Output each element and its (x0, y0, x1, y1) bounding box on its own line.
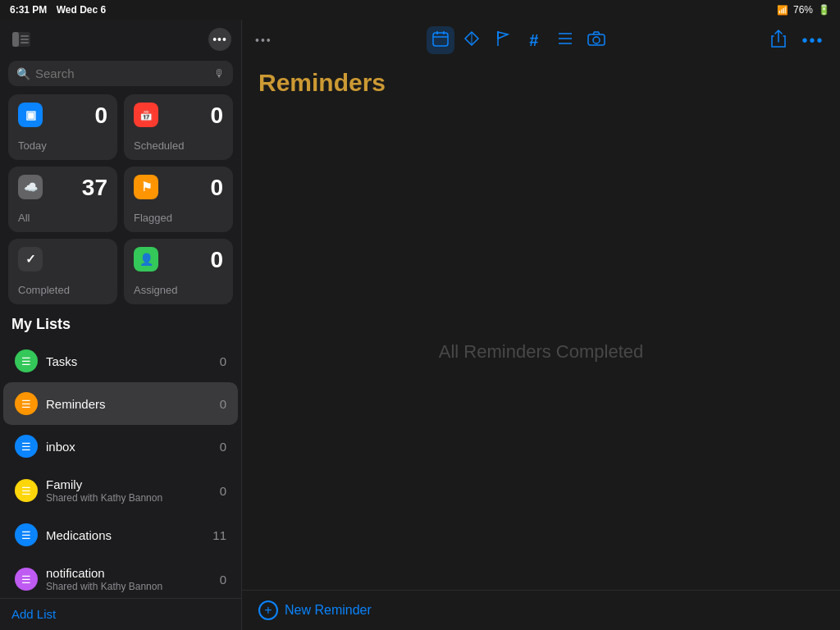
all-icon: ☁️ (18, 175, 43, 199)
toolbar-right: ••• (765, 26, 827, 54)
medications-list-icon: ☰ (15, 523, 38, 546)
smart-lists-grid: ▣ 0 Today 📅 0 Scheduled ☁️ 37 All ⚑ 0 Fl… (0, 94, 241, 313)
search-bar[interactable]: 🔍 🎙 (8, 61, 233, 86)
tasks-list-count: 0 (220, 354, 226, 368)
reminders-list-count: 0 (220, 397, 226, 411)
toolbar-location-button[interactable] (458, 26, 486, 54)
smart-card-all[interactable]: ☁️ 37 All (8, 167, 117, 232)
search-icon: 🔍 (16, 67, 30, 80)
today-icon: ▣ (18, 103, 43, 127)
notification-list-name: notification (46, 566, 212, 580)
camera-icon (587, 31, 605, 50)
sidebar-toggle-button[interactable] (10, 28, 33, 51)
svg-point-15 (593, 37, 600, 43)
status-time-date: 6:31 PM Wed Dec 6 (10, 4, 106, 16)
list-item-family[interactable]: ☰ Family Shared with Kathy Bannon 0 (3, 468, 238, 514)
sidebar-footer: Add List (0, 598, 241, 630)
sidebar-header: ••• (0, 20, 241, 56)
assigned-icon: 👤 (134, 247, 158, 272)
family-list-content: Family Shared with Kathy Bannon (46, 477, 212, 504)
list-item-inbox[interactable]: ☰ inbox 0 (3, 425, 238, 468)
wifi-icon: 📶 (777, 5, 788, 16)
search-input[interactable] (35, 66, 209, 80)
toolbar-calendar-button[interactable] (427, 26, 454, 54)
completed-label: Completed (18, 281, 107, 296)
flagged-icon: ⚑ (134, 175, 158, 199)
list-item-notification[interactable]: ☰ notification Shared with Kathy Bannon … (3, 556, 238, 598)
location-icon (463, 30, 480, 51)
sidebar: ••• 🔍 🎙 ▣ 0 Today 📅 0 Scheduled (0, 20, 242, 630)
new-reminder-label: New Reminder (285, 603, 372, 618)
list-item-tasks[interactable]: ☰ Tasks 0 (3, 340, 238, 382)
family-list-count: 0 (220, 484, 226, 498)
toolbar-hashtag-button[interactable]: # (520, 26, 548, 54)
smart-card-completed[interactable]: ✓ Completed (8, 239, 117, 304)
svg-rect-6 (436, 31, 438, 34)
completed-icon: ✓ (18, 247, 43, 272)
flagged-count: 0 (210, 175, 223, 201)
more-ellipsis-icon: ••• (801, 31, 824, 50)
list-items: ☰ Tasks 0 ☰ Reminders 0 ☰ inbox 0 ☰ Fami… (0, 340, 241, 598)
scheduled-icon: 📅 (134, 103, 158, 127)
medications-list-content: Medications (46, 528, 204, 542)
svg-rect-7 (443, 31, 445, 34)
smart-card-scheduled[interactable]: 📅 0 Scheduled (124, 94, 233, 160)
status-indicators: 📶 76% 🔋 (777, 4, 830, 16)
smart-card-flagged[interactable]: ⚑ 0 Flagged (124, 167, 233, 232)
reminders-list-content: Reminders (46, 397, 212, 411)
notification-list-content: notification Shared with Kathy Bannon (46, 566, 212, 592)
notification-list-subtitle: Shared with Kathy Bannon (46, 581, 212, 592)
status-time: 6:31 PM (10, 4, 47, 16)
status-date: Wed Dec 6 (57, 4, 106, 16)
tasks-list-name: Tasks (46, 354, 212, 368)
scheduled-label: Scheduled (134, 136, 223, 152)
all-count: 37 (82, 175, 107, 201)
inbox-list-count: 0 (220, 440, 226, 454)
list-item-reminders[interactable]: ☰ Reminders 0 (3, 382, 238, 425)
list-view-icon (557, 31, 573, 50)
my-lists-title: My Lists (0, 313, 241, 340)
medications-list-name: Medications (46, 528, 204, 542)
reminders-title: Reminders (258, 69, 824, 97)
toolbar-list-view-button[interactable] (551, 26, 579, 54)
calendar-icon (431, 30, 450, 52)
tasks-list-icon: ☰ (15, 349, 38, 372)
new-reminder-button[interactable]: + New Reminder (258, 600, 372, 620)
notification-list-count: 0 (220, 573, 226, 587)
svg-rect-1 (12, 32, 19, 47)
toolbar-more-button[interactable]: ••• (799, 26, 827, 54)
family-list-subtitle: Shared with Kathy Bannon (46, 492, 212, 504)
new-reminder-icon: + (258, 600, 278, 620)
main-header: Reminders (242, 61, 840, 113)
microphone-icon[interactable]: 🎙 (214, 67, 225, 80)
status-bar: 6:31 PM Wed Dec 6 📶 76% 🔋 (0, 0, 840, 20)
sidebar-more-button[interactable]: ••• (208, 28, 231, 51)
list-item-medications[interactable]: ☰ Medications 11 (3, 514, 238, 556)
flag-icon (495, 30, 510, 51)
assigned-label: Assigned (134, 281, 223, 296)
svg-rect-2 (21, 35, 29, 37)
toolbar-share-button[interactable] (765, 26, 792, 54)
inbox-list-content: inbox (46, 440, 212, 454)
add-list-button[interactable]: Add List (11, 607, 56, 621)
smart-card-assigned[interactable]: 👤 0 Assigned (124, 239, 233, 304)
inbox-list-name: inbox (46, 440, 212, 454)
family-list-name: Family (46, 477, 212, 491)
main-bottom: + New Reminder (242, 590, 840, 630)
reminders-list-icon: ☰ (15, 392, 38, 415)
family-list-icon: ☰ (15, 479, 38, 502)
ellipsis-icon: ••• (212, 33, 227, 46)
toolbar-camera-button[interactable] (582, 26, 610, 54)
share-icon (771, 30, 786, 52)
empty-message: All Reminders Completed (439, 341, 643, 363)
tasks-list-content: Tasks (46, 354, 212, 368)
scheduled-count: 0 (210, 103, 223, 129)
today-label: Today (18, 136, 107, 152)
today-count: 0 (94, 103, 107, 129)
main-body: All Reminders Completed (242, 113, 840, 590)
medications-list-count: 11 (212, 528, 226, 542)
toolbar-flag-button[interactable] (489, 26, 517, 54)
flagged-label: Flagged (134, 208, 223, 224)
battery-icon: 🔋 (818, 4, 830, 16)
smart-card-today[interactable]: ▣ 0 Today (8, 94, 117, 160)
